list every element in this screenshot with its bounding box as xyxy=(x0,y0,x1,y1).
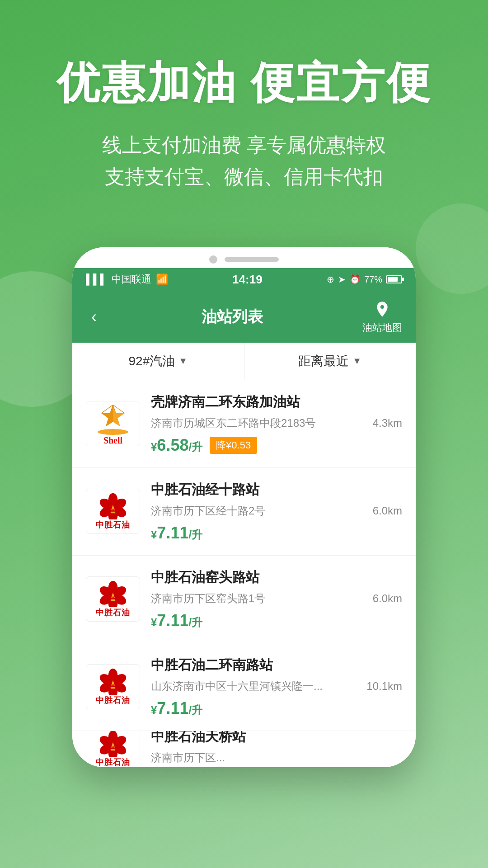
station-distance-3: 6.0km xyxy=(373,592,402,605)
station-address-5: 济南市历下区... xyxy=(151,750,225,765)
location-icon: ⊕ xyxy=(327,274,334,285)
map-button[interactable]: 油站地图 xyxy=(362,299,402,335)
station-address-4: 山东济南市中区十六里河镇兴隆一... xyxy=(151,679,323,693)
zhongsheng-logo-svg-1 xyxy=(97,492,129,519)
station-name-2: 中胜石油经十路站 xyxy=(151,481,402,499)
station-distance-4: 10.1km xyxy=(366,680,402,693)
station-info-3: 中胜石油窑头路站 济南市历下区窑头路1号 6.0km ¥7.11/升 xyxy=(151,568,402,630)
battery-icon xyxy=(386,275,402,283)
discount-badge-1: 降¥0.53 xyxy=(210,437,257,454)
status-left: ▌▌▌ 中国联通 📶 xyxy=(86,273,168,286)
station-price-4: ¥7.11/升 xyxy=(151,699,202,718)
fuel-type-filter[interactable]: 92#汽油 ▼ xyxy=(72,343,244,380)
wifi-icon: 📶 xyxy=(156,274,168,285)
station-distance-2: 6.0km xyxy=(373,505,402,517)
battery-pct: 77% xyxy=(364,274,382,285)
nav-icon: ➤ xyxy=(338,274,346,285)
station-info-5: 中胜石油天桥站 济南市历下区... xyxy=(151,731,402,767)
hero-subtitle: 线上支付加油费 享专属优惠特权 支持支付宝、微信、信用卡代扣 xyxy=(27,129,461,193)
station-address-row-3: 济南市历下区窑头路1号 6.0km xyxy=(151,591,402,606)
zhongsheng-logo-svg-3 xyxy=(97,668,129,695)
station-logo-zhongsheng-2: 中胜石油 xyxy=(86,576,140,622)
back-button[interactable]: ‹ xyxy=(86,306,102,328)
station-name-4: 中胜石油二环南路站 xyxy=(151,656,402,675)
phone-camera xyxy=(209,255,217,264)
phone-mockup: ▌▌▌ 中国联通 📶 14:19 ⊕ ➤ ⏰ 77% ‹ 油站列表 xyxy=(0,247,488,767)
hero-subtitle-line1: 线上支付加油费 享专属优惠特权 xyxy=(27,129,461,161)
zhongsheng-text-1: 中胜石油 xyxy=(96,519,130,530)
station-item-1[interactable]: Shell 壳牌济南二环东路加油站 济南市历城区东二环路中段2183号 4.3k… xyxy=(72,380,416,468)
status-right: ⊕ ➤ ⏰ 77% xyxy=(327,274,402,285)
phone-speaker xyxy=(225,257,279,262)
svg-rect-28 xyxy=(111,687,115,689)
station-logo-zhongsheng-4: 中胜石油 xyxy=(86,731,140,767)
zhongsheng-logo-svg-4 xyxy=(97,731,129,757)
zhongsheng-text-4: 中胜石油 xyxy=(96,757,130,767)
filter-bar: 92#汽油 ▼ 距离最近 ▼ xyxy=(72,343,416,380)
station-address-1: 济南市历城区东二环路中段2183号 xyxy=(151,416,316,430)
station-price-row-3: ¥7.11/升 xyxy=(151,611,402,630)
zhongsheng-text-2: 中胜石油 xyxy=(96,607,130,618)
station-name-3: 中胜石油窑头路站 xyxy=(151,568,402,587)
sort-label: 距离最近 xyxy=(298,353,349,370)
zhongsheng-text-3: 中胜石油 xyxy=(96,695,130,706)
svg-rect-20 xyxy=(111,599,115,601)
station-name-5: 中胜石油天桥站 xyxy=(151,731,402,746)
station-price-2: ¥7.11/升 xyxy=(151,524,202,542)
fuel-dropdown-arrow: ▼ xyxy=(178,356,188,366)
fuel-type-label: 92#汽油 xyxy=(128,353,175,370)
station-address-row-2: 济南市历下区经十路2号 6.0km xyxy=(151,504,402,518)
station-address-2: 济南市历下区经十路2号 xyxy=(151,504,265,518)
sort-filter[interactable]: 距离最近 ▼ xyxy=(244,343,416,380)
hero-title: 优惠加油 便宜方便 xyxy=(27,54,461,113)
signal-icon: ▌▌▌ xyxy=(86,274,107,285)
sort-dropdown-arrow: ▼ xyxy=(352,356,361,366)
station-price-row-1: ¥6.58/升 降¥0.53 xyxy=(151,436,402,455)
carrier-label: 中国联通 xyxy=(112,273,151,286)
svg-rect-12 xyxy=(111,512,115,513)
station-item-2[interactable]: 中胜石油 中胜石油经十路站 济南市历下区经十路2号 6.0km ¥7.11/升 xyxy=(72,468,416,556)
station-info-2: 中胜石油经十路站 济南市历下区经十路2号 6.0km ¥7.11/升 xyxy=(151,481,402,542)
map-label: 油站地图 xyxy=(362,321,402,335)
station-address-3: 济南市历下区窑头路1号 xyxy=(151,591,265,606)
battery-fill xyxy=(388,277,398,282)
station-info-1: 壳牌济南二环东路加油站 济南市历城区东二环路中段2183号 4.3km ¥6.5… xyxy=(151,393,402,455)
station-list: Shell 壳牌济南二环东路加油站 济南市历城区东二环路中段2183号 4.3k… xyxy=(72,380,416,767)
station-item-4[interactable]: 中胜石油 中胜石油二环南路站 山东济南市中区十六里河镇兴隆一... 10.1km… xyxy=(72,643,416,731)
phone-frame: ▌▌▌ 中国联通 📶 14:19 ⊕ ➤ ⏰ 77% ‹ 油站列表 xyxy=(72,247,416,767)
station-price-row-2: ¥7.11/升 xyxy=(151,524,402,542)
map-icon xyxy=(372,299,392,319)
station-address-row-1: 济南市历城区东二环路中段2183号 4.3km xyxy=(151,416,402,430)
status-bar: ▌▌▌ 中国联通 📶 14:19 ⊕ ➤ ⏰ 77% xyxy=(72,268,416,291)
station-address-row-4: 山东济南市中区十六里河镇兴隆一... 10.1km xyxy=(151,679,402,693)
svg-point-0 xyxy=(98,429,128,435)
zhongsheng-logo-svg-2 xyxy=(97,580,129,607)
station-logo-zhongsheng-3: 中胜石油 xyxy=(86,664,140,709)
station-distance-1: 4.3km xyxy=(373,417,402,429)
station-address-row-5: 济南市历下区... xyxy=(151,750,402,765)
phone-notch xyxy=(72,247,416,268)
shell-logo-svg xyxy=(95,401,131,437)
station-logo-shell: Shell xyxy=(86,401,140,446)
status-time: 14:19 xyxy=(232,273,263,287)
station-name-1: 壳牌济南二环东路加油站 xyxy=(151,393,402,411)
svg-rect-36 xyxy=(111,749,115,750)
hero-subtitle-line2: 支持支付宝、微信、信用卡代扣 xyxy=(27,161,461,193)
station-price-1: ¥6.58/升 xyxy=(151,436,202,455)
station-info-4: 中胜石油二环南路站 山东济南市中区十六里河镇兴隆一... 10.1km ¥7.1… xyxy=(151,656,402,718)
shell-text: Shell xyxy=(103,435,122,446)
app-header: ‹ 油站列表 油站地图 xyxy=(72,291,416,343)
alarm-icon: ⏰ xyxy=(349,274,361,285)
header-title: 油站列表 xyxy=(202,307,263,327)
hero-section: 优惠加油 便宜方便 线上支付加油费 享专属优惠特权 支持支付宝、微信、信用卡代扣 xyxy=(0,0,488,220)
station-price-3: ¥7.11/升 xyxy=(151,611,202,630)
station-item-3[interactable]: 中胜石油 中胜石油窑头路站 济南市历下区窑头路1号 6.0km ¥7.11/升 xyxy=(72,556,416,643)
station-logo-zhongsheng-1: 中胜石油 xyxy=(86,489,140,534)
station-item-5[interactable]: 中胜石油 中胜石油天桥站 济南市历下区... xyxy=(72,731,416,767)
station-price-row-4: ¥7.11/升 xyxy=(151,699,402,718)
